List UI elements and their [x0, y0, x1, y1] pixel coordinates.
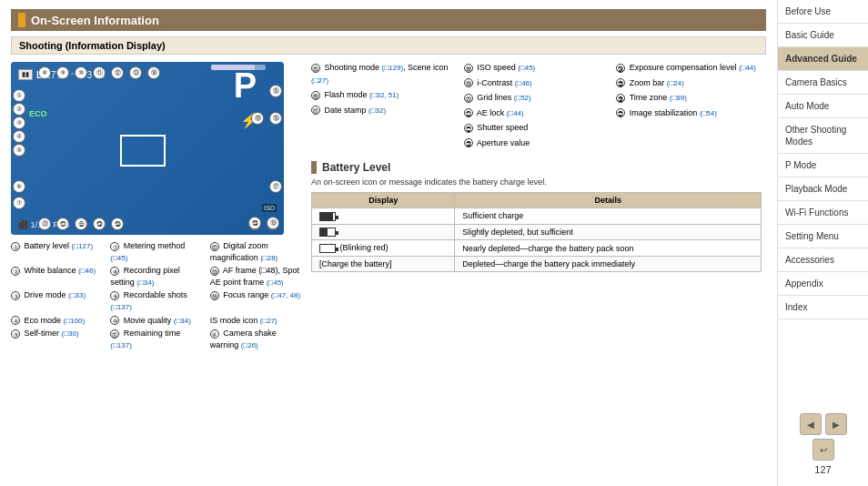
page-number: 127	[814, 464, 831, 479]
ref-24: (□24)	[667, 79, 684, 87]
battery-row-blinking: (Blinking red) Nearly depleted—charge th…	[312, 240, 762, 257]
ref-34a: (□34)	[136, 278, 154, 287]
ref-44b: (□44)	[739, 64, 756, 72]
sidebar-item-basic-guide[interactable]: Basic Guide	[778, 24, 868, 47]
info-num-21: ㉑	[464, 108, 473, 117]
label-battery: ① Battery level (□127)	[11, 240, 103, 263]
battery-details-blinking: Nearly depleted—charge the battery pack …	[455, 240, 762, 257]
label-cam-shake: ⑥ Camera shake warning (□26)	[210, 328, 302, 350]
info-num-23: ㉓	[464, 138, 473, 147]
battery-icon-half	[319, 228, 336, 237]
ref-28: (□28)	[260, 254, 278, 262]
info-iso: ⑱ ISO speed (□45)	[464, 62, 610, 75]
ref-137b: (□137)	[110, 341, 132, 349]
nav-next-button[interactable]: ▶	[825, 413, 847, 435]
af-bracket	[120, 135, 166, 167]
info-ae-lock: ㉑ AE lock (□44)	[464, 107, 610, 120]
ref-26: (□26)	[241, 341, 258, 349]
battery-details-full: Sufficient charge	[455, 208, 762, 225]
battery-title-bar	[311, 161, 317, 174]
info-aperture: ㉓ Aperture value	[464, 137, 610, 150]
num-label-8: ⑧	[38, 66, 51, 79]
num-circle-4: ④	[11, 316, 20, 325]
ref-45a: (□45)	[110, 254, 127, 262]
num-label-14: ⑭	[147, 66, 160, 79]
num-label-15: ⑮	[269, 85, 282, 97]
label-drive: ③ Drive mode (□33)	[11, 289, 103, 312]
sidebar-item-auto-mode[interactable]: Auto Mode	[778, 95, 868, 118]
num-label-1: ①	[13, 89, 25, 102]
ref-27b: (□27)	[311, 76, 328, 85]
sidebar-item-p-mode[interactable]: P Mode	[778, 154, 868, 177]
battery-icon-display: ▮▮	[18, 69, 33, 80]
battery-col-details: Details	[455, 193, 762, 208]
num-circle-5: ⑤	[11, 329, 20, 339]
info-num-25: ㉕	[616, 78, 625, 87]
sidebar-item-index[interactable]: Index	[778, 296, 868, 319]
info-num-16: ⑯	[311, 91, 320, 100]
ref-47: (□47, 48)	[271, 291, 300, 299]
num-label-3: ③	[13, 116, 25, 129]
battery-table: Display Details Sufficient charge	[311, 192, 762, 272]
num-label-9: ⑨	[56, 66, 69, 79]
num-label-21: ㉑	[56, 218, 69, 230]
ref-33: (□33)	[68, 291, 86, 299]
num-label-16: ⑯	[269, 112, 282, 125]
ref-46: (□46)	[78, 267, 96, 275]
battery-display-blinking: (Blinking red)	[312, 240, 455, 257]
num-label-17: ⑰	[269, 180, 282, 193]
labels-grid: ① Battery level (□127) ⑦ Metering method…	[11, 240, 302, 350]
num-label-6: ⑥	[13, 180, 25, 193]
battery-col-display: Display	[312, 193, 455, 208]
info-flash-mode: ⑯ Flash mode (□32, 51)	[311, 89, 457, 102]
main-content: On-Screen Information Shooting (Informat…	[0, 0, 777, 486]
sidebar-item-wifi[interactable]: Wi-Fi Functions	[778, 201, 868, 225]
sidebar-item-advanced-guide[interactable]: Advanced Guide	[778, 47, 868, 71]
battery-icon-empty	[319, 244, 336, 253]
camera-diagram: ▮▮ L 17'25 ⁻⁰·⁷ 3 08 ① ② ③ ④ ⑤ ⑥ ⑦ ECO P…	[11, 62, 284, 235]
ref-27a: (□27)	[260, 317, 278, 325]
nav-back-button[interactable]: ↩	[812, 439, 834, 461]
cam-mode-p: P	[234, 66, 257, 106]
battery-desc: An on-screen icon or message indicates t…	[311, 177, 762, 187]
num-circle-3: ③	[11, 291, 20, 300]
info-zoom-bar: ㉕ Zoom bar (□24)	[616, 77, 762, 90]
info-exposure: ㉔ Exposure compensation level (□44)	[616, 62, 762, 75]
num-circle-7: ⑦	[110, 242, 119, 251]
label-wb: ② White balance (□46)	[11, 265, 103, 288]
info-num-20: ⑳	[464, 94, 473, 103]
info-columns-top: ⑮ Shooting mode (□129), Scene icon (□27)…	[311, 62, 762, 152]
info-icontrast: ⑲ i-Contrast (□46)	[464, 77, 610, 90]
label-movie: ⑩ Movie quality (□34)	[110, 315, 202, 327]
sidebar-item-camera-basics[interactable]: Camera Basics	[778, 71, 868, 95]
num-label-20: ⑳	[38, 218, 51, 230]
sidebar-item-playback[interactable]: Playback Mode	[778, 177, 868, 201]
battery-title: Battery Level	[311, 161, 762, 174]
num-label-12: ⑫	[111, 66, 124, 79]
iso-display: ISO	[262, 204, 277, 212]
sidebar-item-accessories[interactable]: Accessories	[778, 248, 868, 272]
info-timezone: ㉖ Time zone (□99)	[616, 92, 762, 105]
battery-display-charge: [Charge the battery]	[312, 256, 455, 271]
num-label-23: ㉓	[93, 218, 106, 230]
ref-129: (□129)	[382, 64, 404, 72]
ref-45c: (□45)	[518, 64, 535, 72]
ref-54: (□54)	[700, 109, 717, 117]
ref-30: (□30)	[62, 329, 79, 338]
info-section: ⑮ Shooting mode (□129), Scene icon (□27)…	[311, 62, 766, 350]
sidebar-item-setting-menu[interactable]: Setting Menu	[778, 225, 868, 248]
num-label-24: ㉔	[111, 218, 124, 230]
battery-title-text: Battery Level	[322, 161, 390, 174]
sidebar: Before Use Basic Guide Advanced Guide Ca…	[777, 0, 868, 486]
info-num-17: ⑰	[311, 106, 320, 115]
num-circle-13: ⑬	[210, 267, 219, 276]
sidebar-item-other-shooting[interactable]: Other Shooting Modes	[778, 118, 868, 154]
info-grid: ⑳ Grid lines (□52)	[464, 92, 610, 105]
sidebar-item-before-use[interactable]: Before Use	[778, 0, 868, 24]
info-num-18: ⑱	[464, 64, 473, 73]
num-circle-1: ①	[11, 242, 20, 251]
battery-icon-full	[319, 212, 336, 221]
num-circle-14: ⑭	[210, 291, 219, 300]
nav-prev-button[interactable]: ◀	[800, 413, 822, 435]
sidebar-item-appendix[interactable]: Appendix	[778, 272, 868, 296]
